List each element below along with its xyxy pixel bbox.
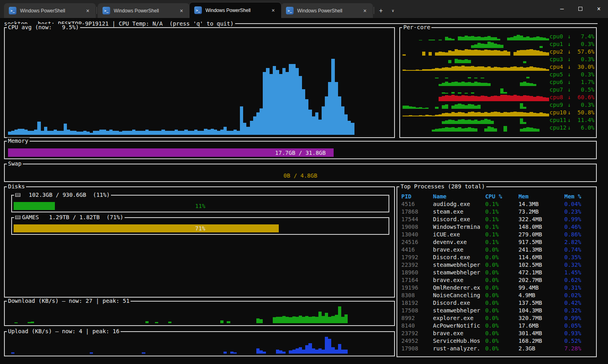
sparkline-bar xyxy=(529,96,533,101)
sparkline-bar xyxy=(422,69,425,71)
chart-bar xyxy=(87,132,90,135)
sparkline-bar xyxy=(540,112,543,116)
sparkline-bar xyxy=(458,50,461,56)
process-cell: 0.0% xyxy=(485,330,518,337)
per-core-panel: Per-core cpu0↓7.4%cpu1↓0.3%cpu2↓57.6%cpu… xyxy=(399,27,597,138)
disk-system-title: 102.3GB / 930.6GB (11%) xyxy=(14,192,111,198)
process-row: 17544Discord.exe0.1%322.4MB0.99% xyxy=(397,216,596,223)
process-row: 17908rust-analyzer.0.0%2.3GB7.28% xyxy=(397,345,596,352)
sparkline-bar xyxy=(543,68,546,71)
sparkline-bar xyxy=(465,120,468,124)
close-button[interactable]: × xyxy=(590,0,608,18)
tab-dropdown-button[interactable]: ∨ xyxy=(387,3,399,18)
tab-close-icon[interactable]: × xyxy=(177,8,186,14)
sparkline-bar xyxy=(461,50,465,56)
minimize-button[interactable]: – xyxy=(553,0,571,18)
sparkline-bar xyxy=(536,96,540,101)
process-cell: brave.exe xyxy=(433,330,485,337)
core-value: 6.0% xyxy=(572,124,594,132)
maximize-button[interactable] xyxy=(571,0,590,18)
chart-bar xyxy=(103,130,106,135)
process-row: 17164brave.exe0.0%202.7MB0.62% xyxy=(397,276,596,284)
core-sparkline xyxy=(403,56,550,63)
sparkline-bar xyxy=(484,112,487,116)
sparkline-bar xyxy=(435,78,438,78)
core-label: cpu2↓57.6% xyxy=(550,48,594,56)
chart-bar xyxy=(338,306,341,323)
sparkline-bar xyxy=(523,95,526,101)
terminal-tab[interactable]: >_Windows PowerShell× xyxy=(281,3,373,18)
chart-bar xyxy=(318,312,322,323)
tab-close-icon[interactable]: × xyxy=(83,8,93,14)
chart-bar xyxy=(217,131,220,135)
core-name: cpu4 xyxy=(550,63,566,71)
chart-bar xyxy=(286,317,289,323)
process-cell: NoiseCanceling xyxy=(433,292,485,299)
sparkline-bar xyxy=(465,93,468,94)
terminal-tab[interactable]: >_Windows PowerShell× xyxy=(98,3,189,18)
chart-bar xyxy=(296,348,299,354)
sparkline-bar xyxy=(507,52,510,56)
sparkline-bar xyxy=(461,128,465,132)
sparkline-bar xyxy=(448,68,451,71)
sparkline-bar xyxy=(523,61,526,63)
chart-bar xyxy=(99,130,103,135)
sparkline-bar xyxy=(451,66,455,71)
chart-bar xyxy=(253,116,256,135)
disk-system-title-text: 102.3GB / 930.6GB (11%) xyxy=(22,192,110,198)
core-sparkline xyxy=(403,87,550,94)
sparkline-bar xyxy=(435,52,438,56)
sparkline-bar xyxy=(517,96,520,101)
sparkline-bar xyxy=(403,116,406,116)
chart-bar xyxy=(126,131,129,135)
sparkline-bar xyxy=(409,106,412,109)
sparkline-bar xyxy=(445,93,448,94)
process-cell: 472.1MB xyxy=(518,269,564,276)
process-cell: 0.02% xyxy=(564,292,596,299)
sparkline-bar xyxy=(520,36,523,40)
sparkline-bar xyxy=(477,36,481,40)
process-cell: 8992 xyxy=(401,314,433,322)
sparkline-bar xyxy=(455,104,458,109)
chart-bar xyxy=(341,106,344,135)
process-cell: 17508 xyxy=(401,307,433,314)
sparkline-bar xyxy=(477,66,481,71)
chart-bar xyxy=(344,314,348,323)
chart-bar xyxy=(263,352,266,354)
process-cell: 23792 xyxy=(401,330,433,337)
disk-panel-games: GAMES 1.29TB / 1.82TB (71%) 71% xyxy=(11,217,389,235)
process-cell: 73.2MB xyxy=(518,208,564,216)
new-tab-button[interactable]: + xyxy=(375,3,387,18)
tab-close-icon[interactable]: × xyxy=(360,8,370,14)
sparkline-bar xyxy=(481,96,484,101)
chart-bar xyxy=(260,350,263,354)
chart-bar xyxy=(338,96,341,135)
sparkline-bar xyxy=(481,83,484,86)
process-cell: AcPowerNotific xyxy=(433,322,485,330)
chart-bar xyxy=(296,68,299,135)
terminal-tab[interactable]: >_Windows PowerShell× xyxy=(4,3,96,18)
sparkline-bar xyxy=(536,68,540,71)
chart-bar xyxy=(139,131,142,135)
down-arrow-icon: ↓ xyxy=(566,124,572,132)
sparkline-bar xyxy=(546,98,549,101)
chart-bar xyxy=(292,316,296,323)
sparkline-bar xyxy=(517,112,520,116)
terminal-tab[interactable]: >_Windows PowerShell× xyxy=(189,2,281,18)
sparkline-bar xyxy=(445,113,448,116)
sparkline-bar xyxy=(523,68,526,71)
sparkline-bar xyxy=(448,96,451,101)
core-value: 60.6% xyxy=(572,94,594,101)
process-cell: 0.46% xyxy=(564,223,596,231)
sparkline-bar xyxy=(477,50,481,56)
down-arrow-icon: ↓ xyxy=(566,116,572,124)
sparkline-bar xyxy=(487,42,491,48)
chart-bar xyxy=(318,348,322,354)
chart-bar xyxy=(318,120,322,135)
tab-close-icon[interactable]: × xyxy=(268,7,278,14)
sparkline-bar xyxy=(465,66,468,71)
chart-bar xyxy=(289,317,292,323)
process-row: 17992Discord.exe0.0%114.6MB0.35% xyxy=(397,254,596,261)
process-cell: steamwebhelper xyxy=(433,261,485,269)
sparkline-bar xyxy=(416,108,419,109)
